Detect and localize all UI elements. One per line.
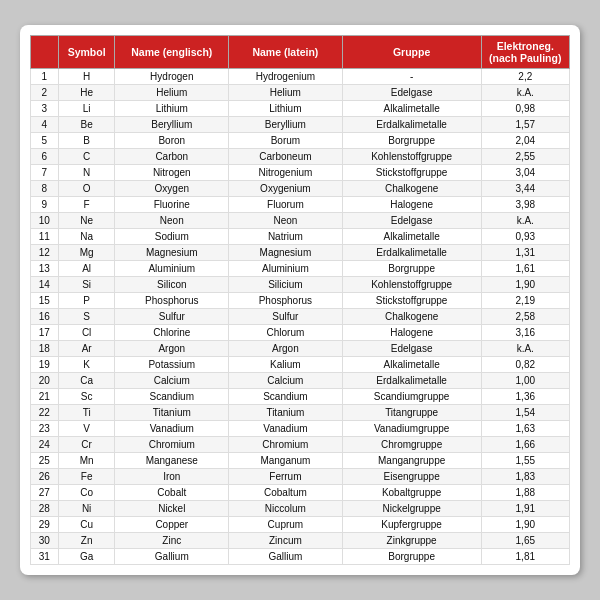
table-cell: C (58, 149, 115, 165)
table-cell: Oxygenium (229, 181, 343, 197)
table-cell: Oxygen (115, 181, 229, 197)
table-cell: Alkalimetalle (342, 229, 481, 245)
table-row: 24CrChromiumChromiumChromgruppe1,66 (31, 437, 570, 453)
table-cell: Scandiumgruppe (342, 389, 481, 405)
table-cell: Magnesium (229, 245, 343, 261)
table-cell: 1,55 (481, 453, 569, 469)
table-cell: K (58, 357, 115, 373)
table-cell: Calcium (229, 373, 343, 389)
table-cell: Mg (58, 245, 115, 261)
table-cell: Cu (58, 517, 115, 533)
header-gruppe: Gruppe (342, 36, 481, 69)
table-row: 1HHydrogenHydrogenium-2,2 (31, 69, 570, 85)
table-cell: Kohlenstoffgruppe (342, 149, 481, 165)
table-cell: H (58, 69, 115, 85)
table-cell: O (58, 181, 115, 197)
table-cell: V (58, 421, 115, 437)
table-cell: Aluminium (229, 261, 343, 277)
table-cell: Chromium (115, 437, 229, 453)
table-row: 3LiLithiumLithiumAlkalimetalle0,98 (31, 101, 570, 117)
table-cell: 18 (31, 341, 59, 357)
table-cell: Niccolum (229, 501, 343, 517)
table-cell: Copper (115, 517, 229, 533)
table-cell: 0,98 (481, 101, 569, 117)
table-cell: N (58, 165, 115, 181)
table-cell: 19 (31, 357, 59, 373)
header-number (31, 36, 59, 69)
table-cell: Scandium (115, 389, 229, 405)
table-row: 27CoCobaltCobaltumKobaltgruppe1,88 (31, 485, 570, 501)
table-cell: Halogene (342, 197, 481, 213)
table-row: 12MgMagnesiumMagnesiumErdalkalimetalle1,… (31, 245, 570, 261)
table-cell: 1,57 (481, 117, 569, 133)
table-cell: Be (58, 117, 115, 133)
table-cell: 11 (31, 229, 59, 245)
table-cell: 8 (31, 181, 59, 197)
header-name-latin: Name (latein) (229, 36, 343, 69)
table-cell: 1,54 (481, 405, 569, 421)
table-cell: Helium (229, 85, 343, 101)
table-row: 19KPotassiumKaliumAlkalimetalle0,82 (31, 357, 570, 373)
table-cell: Kobaltgruppe (342, 485, 481, 501)
table-cell: k.A. (481, 213, 569, 229)
table-cell: 9 (31, 197, 59, 213)
table-cell: Kupfergruppe (342, 517, 481, 533)
table-cell: Ar (58, 341, 115, 357)
table-cell: 3,16 (481, 325, 569, 341)
table-cell: Stickstoffgruppe (342, 293, 481, 309)
table-cell: Silicium (229, 277, 343, 293)
table-cell: 1,88 (481, 485, 569, 501)
table-cell: Lithium (115, 101, 229, 117)
table-cell: 26 (31, 469, 59, 485)
table-cell: Argon (229, 341, 343, 357)
table-cell: Phosphorus (115, 293, 229, 309)
table-cell: Alkalimetalle (342, 357, 481, 373)
table-cell: Titanium (229, 405, 343, 421)
table-cell: Fe (58, 469, 115, 485)
table-cell: Neon (229, 213, 343, 229)
table-cell: Fluorine (115, 197, 229, 213)
table-cell: Natrium (229, 229, 343, 245)
table-cell: Cr (58, 437, 115, 453)
table-cell: k.A. (481, 85, 569, 101)
table-row: 28NiNickelNiccolumNickelgruppe1,91 (31, 501, 570, 517)
table-row: 4BeBerylliumBerylliumErdalkalimetalle1,5… (31, 117, 570, 133)
table-cell: 1,81 (481, 549, 569, 565)
table-row: 26FeIronFerrumEisengruppe1,83 (31, 469, 570, 485)
table-row: 29CuCopperCuprumKupfergruppe1,90 (31, 517, 570, 533)
table-cell: Iron (115, 469, 229, 485)
table-cell: S (58, 309, 115, 325)
table-cell: 1 (31, 69, 59, 85)
table-cell: Aluminium (115, 261, 229, 277)
table-cell: Li (58, 101, 115, 117)
table-cell: Phosphorus (229, 293, 343, 309)
table-cell: Hydrogen (115, 69, 229, 85)
table-cell: Vanadium (229, 421, 343, 437)
table-cell: Lithium (229, 101, 343, 117)
table-cell: 27 (31, 485, 59, 501)
table-cell: 1,91 (481, 501, 569, 517)
table-cell: 1,36 (481, 389, 569, 405)
table-cell: 7 (31, 165, 59, 181)
table-cell: 0,82 (481, 357, 569, 373)
table-cell: 22 (31, 405, 59, 421)
table-cell: Mn (58, 453, 115, 469)
table-cell: Cobaltum (229, 485, 343, 501)
table-cell: 30 (31, 533, 59, 549)
table-row: 9FFluorineFluorumHalogene3,98 (31, 197, 570, 213)
table-cell: 16 (31, 309, 59, 325)
table-cell: 1,66 (481, 437, 569, 453)
header-elektroneg: Elektroneg. (nach Pauling) (481, 36, 569, 69)
table-cell: P (58, 293, 115, 309)
table-cell: Scandium (229, 389, 343, 405)
table-cell: Alkalimetalle (342, 101, 481, 117)
table-cell: Argon (115, 341, 229, 357)
table-cell: Potassium (115, 357, 229, 373)
table-row: 25MnManganeseManganumMangangruppe1,55 (31, 453, 570, 469)
table-row: 16SSulfurSulfurChalkogene2,58 (31, 309, 570, 325)
table-cell: Ferrum (229, 469, 343, 485)
table-cell: 25 (31, 453, 59, 469)
table-row: 2HeHeliumHeliumEdelgasek.A. (31, 85, 570, 101)
table-cell: 2,55 (481, 149, 569, 165)
table-cell: 23 (31, 421, 59, 437)
